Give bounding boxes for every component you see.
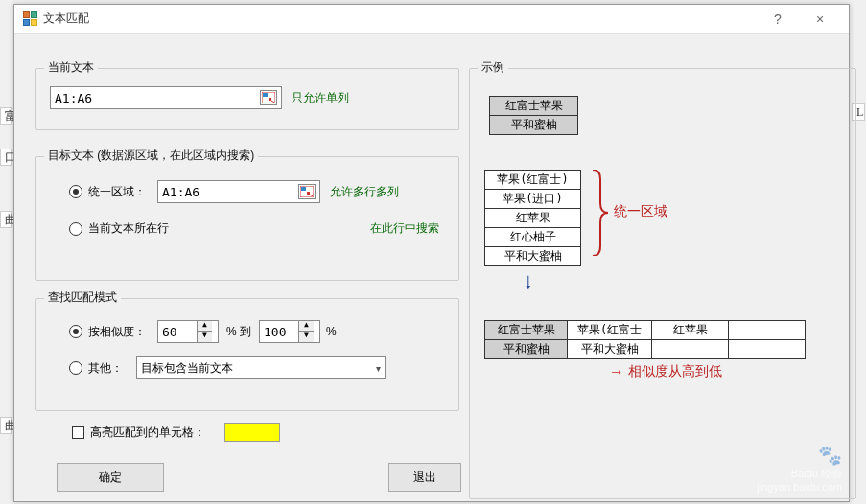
- radio-unified-region[interactable]: [69, 185, 82, 198]
- svg-rect-5: [307, 192, 310, 195]
- match-mode-legend: 查找匹配模式: [44, 289, 121, 306]
- watermark: 🐾 Baidu 经验 jingyan.baidu.com: [757, 444, 842, 493]
- highlight-color-swatch[interactable]: [224, 423, 280, 442]
- radio-similarity-label: 按相似度：: [88, 324, 157, 340]
- table-cell: 平和大蜜柚: [568, 340, 652, 359]
- svg-rect-2: [269, 98, 271, 101]
- radio-similarity[interactable]: [69, 325, 82, 338]
- table-cell: [652, 340, 729, 359]
- svg-rect-4: [301, 187, 306, 191]
- radio-current-row-label: 当前文本所在行: [88, 220, 169, 237]
- table-cell: 苹果(红富士: [568, 321, 652, 340]
- unified-hint: 允许多行多列: [330, 184, 399, 200]
- sim-to-label: % 到: [226, 324, 251, 340]
- unified-range-input[interactable]: A1:A6: [157, 180, 320, 203]
- similarity-arrow: → 相似度从高到低: [609, 363, 722, 380]
- percent-label: %: [326, 325, 337, 338]
- radio-other-label: 其他：: [88, 360, 136, 377]
- match-mode-group: 查找匹配模式 按相似度： ▲▼ % 到 ▲▼ % 其他： 目标: [35, 298, 459, 411]
- table-cell: 红富士苹果: [485, 321, 568, 340]
- row-search-hint: 在此行中搜索: [370, 220, 439, 237]
- similarity-to-spinner[interactable]: ▲▼: [259, 320, 320, 343]
- table-cell: 平和蜜柚: [485, 340, 568, 359]
- spin-down-icon[interactable]: ▼: [299, 332, 314, 342]
- arrow-down-icon: ↓: [523, 267, 534, 294]
- table-cell: 红心柚子: [485, 228, 581, 247]
- table-cell: 苹果(进口): [485, 190, 581, 209]
- arrow-right-icon: →: [609, 363, 624, 380]
- unified-range-value: A1:A6: [162, 185, 199, 199]
- watermark-url: jingyan.baidu.com: [757, 481, 842, 493]
- similarity-to-input[interactable]: [260, 325, 298, 339]
- app-icon: [22, 11, 37, 27]
- text-match-dialog: 文本匹配 ? × 当前文本 A1:A6 只允许单列 目标文本 (数据源区域，在此…: [13, 4, 850, 502]
- current-hint: 只允许单列: [292, 90, 349, 106]
- target-text-legend: 目标文本 (数据源区域，在此区域内搜索): [44, 148, 258, 164]
- current-range-input[interactable]: A1:A6: [50, 86, 282, 109]
- brace-label: 统一区域: [614, 203, 667, 220]
- table-cell: 红苹果: [652, 321, 729, 340]
- range-picker-icon[interactable]: [260, 90, 277, 105]
- radio-current-row[interactable]: [69, 222, 82, 236]
- close-button[interactable]: ×: [799, 6, 841, 33]
- range-picker-icon[interactable]: [298, 184, 316, 199]
- target-text-group: 目标文本 (数据源区域，在此区域内搜索) 统一区域： A1:A6 允许多行多列 …: [35, 156, 459, 281]
- spin-down-icon[interactable]: ▼: [198, 332, 212, 342]
- example-legend: 示例: [478, 59, 508, 76]
- brace-icon: [591, 170, 610, 256]
- paw-icon: 🐾: [757, 444, 842, 467]
- current-range-value: A1:A6: [55, 91, 92, 105]
- table-cell: 红富士苹果: [490, 97, 578, 116]
- table-cell: [729, 321, 806, 340]
- current-text-group: 当前文本 A1:A6 只允许单列: [35, 68, 459, 130]
- radio-unified-label: 统一区域：: [88, 184, 157, 200]
- example-result-table: 红富士苹果 苹果(红富士 红苹果 平和蜜柚 平和大蜜柚: [484, 320, 806, 359]
- chevron-down-icon: ▾: [376, 363, 381, 374]
- table-cell: 平和蜜柚: [490, 116, 578, 135]
- help-button[interactable]: ?: [757, 6, 799, 33]
- svg-rect-1: [263, 93, 268, 97]
- titlebar[interactable]: 文本匹配 ? ×: [14, 5, 849, 34]
- watermark-brand: Baidu 经验: [757, 467, 842, 481]
- ok-button[interactable]: 确定: [57, 463, 164, 492]
- table-cell: 苹果(红富士): [485, 171, 581, 190]
- other-mode-select[interactable]: 目标包含当前文本 ▾: [136, 356, 386, 379]
- similarity-from-input[interactable]: [158, 325, 197, 339]
- current-text-legend: 当前文本: [44, 59, 98, 76]
- highlight-checkbox[interactable]: [72, 426, 84, 439]
- exit-button[interactable]: 退出: [388, 463, 461, 492]
- example-group: 示例 红富士苹果 平和蜜柚 苹果(红富士) 苹果(进口) 红苹果 红心柚子 平和…: [469, 68, 856, 499]
- example-mid-table: 苹果(红富士) 苹果(进口) 红苹果 红心柚子 平和大蜜柚: [484, 170, 581, 266]
- radio-other[interactable]: [69, 361, 82, 375]
- table-cell: 红苹果: [485, 209, 581, 228]
- other-mode-value: 目标包含当前文本: [141, 360, 233, 377]
- highlight-label: 高亮匹配到的单元格：: [90, 424, 205, 441]
- dialog-content: 当前文本 A1:A6 只允许单列 目标文本 (数据源区域，在此区域内搜索) 统一…: [14, 34, 849, 501]
- example-top-table: 红富士苹果 平和蜜柚: [489, 96, 578, 135]
- table-cell: 平和大蜜柚: [485, 247, 581, 266]
- similarity-from-spinner[interactable]: ▲▼: [157, 320, 219, 343]
- window-title: 文本匹配: [43, 11, 757, 27]
- highlight-row: 高亮匹配到的单元格：: [72, 423, 280, 442]
- table-cell: [729, 340, 806, 359]
- similarity-arrow-label: 相似度从高到低: [628, 363, 722, 380]
